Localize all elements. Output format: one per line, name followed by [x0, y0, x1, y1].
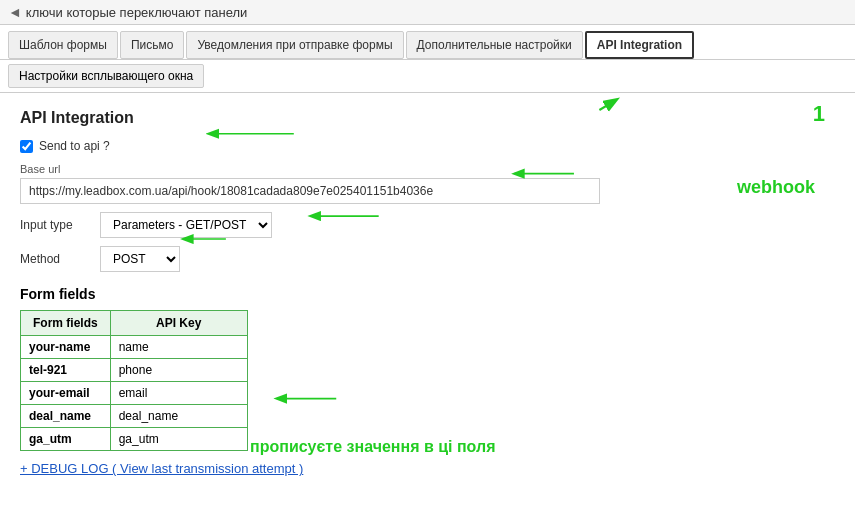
field-name-0: your-name	[21, 336, 111, 359]
field-name-1: tel-921	[21, 359, 111, 382]
tabs-row: Шаблон формы Письмо Уведомления при отпр…	[0, 25, 855, 60]
debug-log-text: + DEBUG LOG ( View last transmission att…	[20, 461, 303, 476]
tab-letter[interactable]: Письмо	[120, 31, 185, 59]
field-name-4: ga_utm	[21, 428, 111, 451]
col-form-fields-header: Form fields	[21, 311, 111, 336]
method-label: Method	[20, 252, 90, 266]
api-key-input-3[interactable]	[119, 409, 239, 423]
debug-log[interactable]: + DEBUG LOG ( View last transmission att…	[20, 461, 835, 476]
tab-popup[interactable]: Настройки всплывающего окна	[8, 64, 204, 88]
send-api-label: Send to api ?	[39, 139, 110, 153]
field-name-3: deal_name	[21, 405, 111, 428]
input-type-select[interactable]: Parameters - GET/POST JSON - POST	[100, 212, 272, 238]
section-title: API Integration	[20, 109, 835, 127]
api-key-cell-3	[110, 405, 247, 428]
back-arrow-icon: ◄	[8, 4, 22, 20]
table-row: ga_utm	[21, 428, 248, 451]
base-url-input[interactable]	[20, 178, 600, 204]
api-key-input-2[interactable]	[119, 386, 239, 400]
send-api-checkbox[interactable]	[20, 140, 33, 153]
api-key-cell-2	[110, 382, 247, 405]
send-api-row: Send to api ?	[20, 139, 835, 153]
api-key-input-1[interactable]	[119, 363, 239, 377]
api-key-cell-0	[110, 336, 247, 359]
field-name-2: your-email	[21, 382, 111, 405]
tab-notifications[interactable]: Уведомления при отправке формы	[186, 31, 403, 59]
table-row: deal_name	[21, 405, 248, 428]
second-tabs-row: Настройки всплывающего окна	[0, 60, 855, 93]
input-type-row: Input type Parameters - GET/POST JSON - …	[20, 212, 835, 238]
form-fields-title: Form fields	[20, 286, 835, 302]
col-api-key-header: API Key	[110, 311, 247, 336]
top-bar-label: ключи которые переключают панели	[26, 5, 248, 20]
table-row: your-email	[21, 382, 248, 405]
input-type-label: Input type	[20, 218, 90, 232]
method-select[interactable]: POST GET	[100, 246, 180, 272]
table-row: tel-921	[21, 359, 248, 382]
tab-extra[interactable]: Дополнительные настройки	[406, 31, 583, 59]
base-url-label: Base url	[20, 163, 835, 175]
form-fields-section: Form fields Form fields API Key your-nam…	[20, 286, 835, 451]
api-key-input-4[interactable]	[119, 432, 239, 446]
tab-api[interactable]: API Integration	[585, 31, 694, 59]
api-key-cell-4	[110, 428, 247, 451]
tab-template[interactable]: Шаблон формы	[8, 31, 118, 59]
api-key-input-0[interactable]	[119, 340, 239, 354]
top-bar: ◄ ключи которые переключают панели	[0, 0, 855, 25]
api-key-cell-1	[110, 359, 247, 382]
content: API Integration Send to api ? Base url I…	[0, 93, 855, 492]
fields-table: Form fields API Key your-name tel-921 yo…	[20, 310, 248, 451]
base-url-field: Base url	[20, 163, 835, 204]
table-row: your-name	[21, 336, 248, 359]
method-row: Method POST GET	[20, 246, 835, 272]
